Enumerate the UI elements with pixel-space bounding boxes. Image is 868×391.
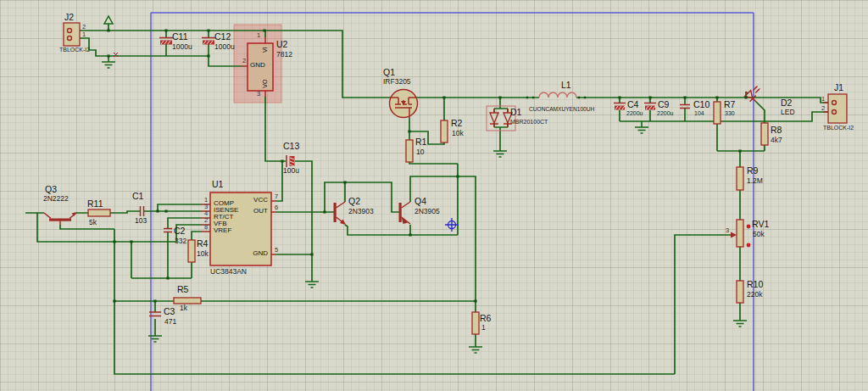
resistor-r4[interactable] bbox=[188, 240, 195, 262]
mosfet-q1[interactable] bbox=[390, 90, 418, 119]
u1-pinnum-gnd: 5 bbox=[275, 247, 278, 254]
c11-ref: C11 bbox=[172, 32, 187, 42]
c3-value: 471 bbox=[164, 318, 176, 326]
r7-ref: R7 bbox=[724, 100, 735, 109]
transistor-q2[interactable] bbox=[334, 202, 347, 225]
u1-pin-vcc: VCC bbox=[251, 197, 268, 204]
u2-value: 7812 bbox=[276, 51, 292, 59]
r1-value: 10 bbox=[416, 148, 424, 156]
capacitor-c1[interactable] bbox=[141, 206, 144, 216]
q2-value: 2N3903 bbox=[348, 208, 374, 215]
rv1-pin3: 3 bbox=[726, 227, 729, 234]
r8-ref: R8 bbox=[771, 126, 782, 135]
c1-value: 103 bbox=[135, 217, 147, 225]
resistor-r10[interactable] bbox=[737, 281, 743, 303]
rv1-ref: RV1 bbox=[752, 220, 769, 229]
u2-pin-vo: VO bbox=[262, 79, 268, 89]
c4-ref: C4 bbox=[627, 100, 638, 109]
q1-value: IRF3205 bbox=[383, 78, 411, 86]
c12-ref: C12 bbox=[214, 32, 231, 42]
j2-value: TBLOCK-I2 bbox=[59, 47, 90, 53]
inductor-l1[interactable] bbox=[539, 92, 576, 98]
resistor-r7[interactable] bbox=[714, 102, 721, 124]
q3-ref: Q3 bbox=[45, 185, 57, 194]
j2-pin2: 2 bbox=[82, 24, 86, 31]
q1-ref: Q1 bbox=[383, 68, 395, 77]
capacitor-c9[interactable] bbox=[644, 103, 656, 110]
c10-ref: C10 bbox=[693, 100, 709, 109]
c3-ref: C3 bbox=[164, 307, 175, 316]
resistor-r9[interactable] bbox=[737, 167, 743, 190]
q4-value: 2N3905 bbox=[415, 208, 440, 215]
l1-ref: L1 bbox=[561, 81, 571, 90]
c9-value: 2200u bbox=[657, 110, 673, 116]
junction-dots bbox=[107, 29, 747, 302]
transistor-q4[interactable] bbox=[399, 202, 411, 224]
capacitor-c11[interactable] bbox=[159, 38, 173, 45]
capacitor-c10[interactable] bbox=[680, 105, 690, 109]
connector-j2[interactable] bbox=[64, 23, 80, 46]
u2-ref: U2 bbox=[276, 40, 287, 49]
j2-pin1: 1 bbox=[82, 31, 86, 38]
l1-value: CUONCAMXUYEN100UH bbox=[529, 107, 594, 113]
q2-ref: Q2 bbox=[348, 197, 360, 206]
r2-ref: R2 bbox=[451, 119, 462, 128]
c9-ref: C9 bbox=[658, 100, 669, 109]
resistor-r8[interactable] bbox=[761, 123, 768, 145]
c2-ref: C2 bbox=[174, 226, 185, 236]
r5-value: 1k bbox=[180, 304, 187, 312]
r10-value: 220k bbox=[747, 291, 762, 299]
resistor-r1[interactable] bbox=[406, 140, 413, 162]
u2-pinnum-1: 1 bbox=[257, 32, 260, 39]
r4-value: 10k bbox=[197, 250, 209, 258]
c4-value: 2200u bbox=[626, 110, 643, 116]
c13-ref: C13 bbox=[283, 142, 299, 151]
r11-ref: R11 bbox=[87, 199, 103, 209]
u1-pinnum-vcc: 7 bbox=[275, 193, 278, 200]
resistor-r2[interactable] bbox=[441, 120, 448, 142]
d1-value: MBR20100CT bbox=[510, 119, 548, 125]
r6-ref: R6 bbox=[480, 314, 491, 323]
j1-value: TBLOCK-I2 bbox=[823, 125, 854, 131]
resistor-r6[interactable] bbox=[472, 312, 479, 334]
resistor-r11[interactable] bbox=[88, 209, 110, 216]
capacitor-c12[interactable] bbox=[202, 38, 215, 45]
r4-ref: R4 bbox=[197, 239, 208, 249]
r9-value: 1.2M bbox=[747, 177, 763, 185]
r2-value: 10k bbox=[452, 130, 464, 137]
rv1-value: 50k bbox=[753, 231, 765, 238]
u2-pin-vi: VI bbox=[262, 45, 268, 55]
crosshair-cursor-icon bbox=[445, 218, 459, 232]
schematic-canvas[interactable]: J2 TBLOCK-I2 2 1 C11 1000u C12 1000u U2 … bbox=[0, 0, 868, 391]
u1-pinnum-out: 6 bbox=[275, 204, 278, 211]
j1-ref: J1 bbox=[834, 83, 843, 92]
j1-pin2: 2 bbox=[821, 105, 825, 112]
r5-ref: R5 bbox=[177, 285, 188, 294]
u2-pin-gnd: GND bbox=[250, 62, 265, 69]
u1-value: UC3843AN bbox=[210, 268, 247, 276]
c2-value: 332 bbox=[175, 237, 186, 245]
schematic-drawing bbox=[0, 0, 868, 391]
resistor-r5[interactable] bbox=[174, 298, 201, 304]
r8-value: 4k7 bbox=[771, 137, 782, 144]
j1-pin1: 1 bbox=[821, 96, 825, 103]
capacitor-c13[interactable] bbox=[287, 155, 295, 167]
potentiometer-rv1[interactable] bbox=[731, 220, 750, 247]
u1-ref: U1 bbox=[212, 180, 223, 189]
r10-ref: R10 bbox=[747, 280, 763, 289]
q4-ref: Q4 bbox=[415, 197, 426, 206]
c11-value: 1000u bbox=[172, 43, 192, 51]
q3-value: 2N2222 bbox=[43, 195, 69, 203]
capacitor-c4[interactable] bbox=[614, 103, 626, 110]
wires[interactable] bbox=[25, 24, 828, 374]
transistor-q3[interactable] bbox=[44, 212, 76, 225]
connector-j1[interactable] bbox=[828, 94, 847, 123]
j2-ref: J2 bbox=[64, 13, 74, 22]
u2-pinnum-2: 2 bbox=[242, 58, 246, 64]
r7-value: 330 bbox=[725, 110, 735, 116]
r11-value: 5k bbox=[89, 219, 97, 226]
u1-pin-gnd: GND bbox=[251, 250, 268, 257]
c13-value: 100u bbox=[283, 167, 299, 175]
power-arrow-icon[interactable] bbox=[104, 16, 113, 24]
capacitor-c2[interactable] bbox=[164, 229, 172, 232]
